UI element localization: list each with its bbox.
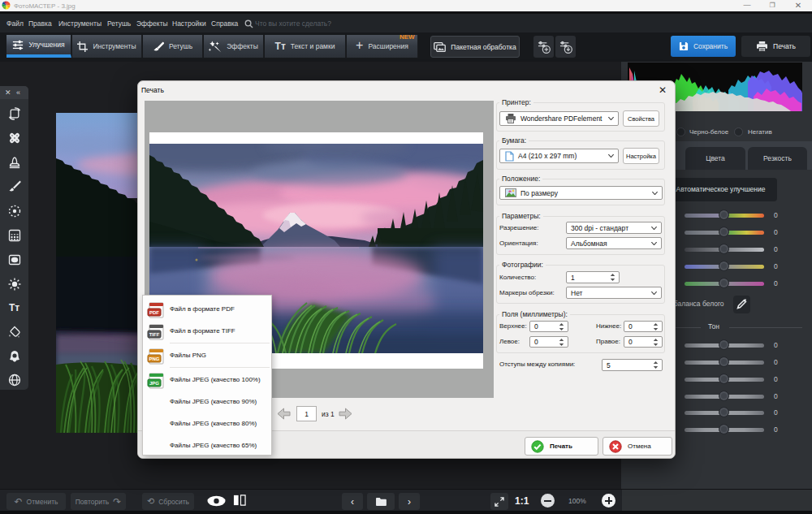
svg-text:TIFF: TIFF (149, 332, 160, 337)
svg-text:PNG: PNG (149, 356, 159, 361)
svg-text:JPG: JPG (149, 381, 159, 386)
svg-text:PDF: PDF (149, 310, 159, 315)
